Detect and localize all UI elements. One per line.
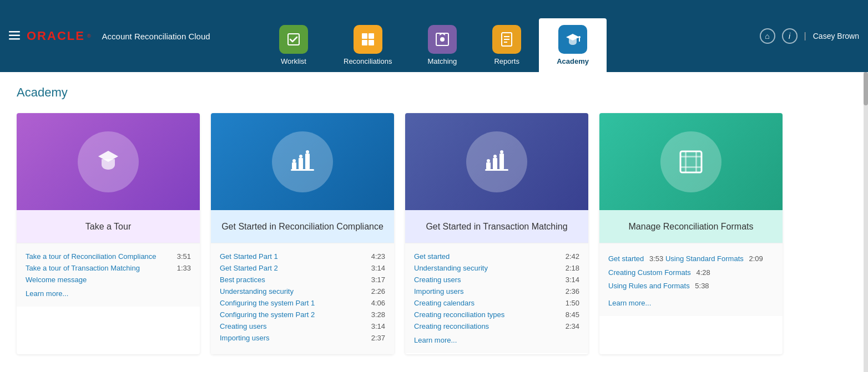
card-reconciliation-formats: Manage Reconciliation Formats Get starte…	[599, 113, 783, 354]
rf-time-1: 3:53	[649, 254, 663, 263]
list-item: Get started 2:42	[414, 252, 579, 261]
reports-icon-box	[492, 25, 521, 54]
scrollbar-thumb[interactable]	[864, 72, 868, 105]
take-a-tour-title-area: Take a Tour	[17, 210, 200, 243]
take-a-tour-link-3[interactable]: Welcome message	[26, 276, 87, 284]
rc-time-2: 3:14	[371, 264, 385, 272]
oracle-wordmark: ORACLE	[27, 29, 85, 43]
svg-rect-28	[499, 154, 504, 169]
take-a-tour-title: Take a Tour	[85, 222, 131, 232]
reconciliation-formats-icon-circle	[660, 131, 721, 192]
svg-rect-35	[695, 151, 697, 172]
rf-learn-more[interactable]: Learn more...	[608, 299, 774, 307]
svg-rect-18	[291, 169, 314, 171]
header-left: ORACLE ® Account Reconciliation Cloud	[9, 29, 210, 43]
rf-link-3[interactable]: Creating Custom Formats	[608, 268, 691, 277]
svg-rect-2	[9, 38, 20, 40]
list-item: Understanding security 2:18	[414, 264, 579, 272]
scrollbar[interactable]	[864, 72, 868, 372]
svg-rect-19	[292, 162, 296, 169]
main-content: Academy Take a Tour Take a tour of Recon…	[0, 72, 868, 372]
svg-rect-37	[680, 166, 702, 168]
tm-time-2: 2:18	[566, 264, 579, 272]
list-item: Importing users 2:37	[220, 334, 385, 342]
nav-item-academy[interactable]: Academy	[539, 18, 607, 72]
svg-rect-5	[369, 33, 374, 39]
rf-link-4[interactable]: Using Rules and Formats	[608, 282, 690, 290]
tm-link-3[interactable]: Creating users	[414, 276, 461, 284]
svg-rect-33	[680, 151, 702, 172]
list-item: Take a tour of Transaction Matching 1:33	[26, 264, 191, 272]
svg-rect-4	[362, 33, 367, 39]
rc-link-3[interactable]: Best practices	[220, 276, 265, 284]
reconciliation-formats-title: Manage Reconciliation Formats	[629, 222, 754, 232]
take-a-tour-learn-more[interactable]: Learn more...	[26, 289, 191, 298]
rf-time-4: 5:38	[695, 282, 709, 290]
reconciliations-label: Reconciliations	[344, 57, 392, 65]
matching-label: Matching	[427, 57, 457, 65]
rc-link-2[interactable]: Get Started Part 2	[220, 264, 278, 272]
rc-time-5: 4:06	[371, 299, 385, 307]
svg-point-9	[440, 37, 445, 42]
rf-time-3: 4:28	[696, 268, 710, 277]
active-pointer	[566, 65, 579, 72]
list-item: Creating users 3:14	[414, 276, 579, 284]
svg-rect-34	[685, 151, 687, 172]
tm-time-6: 8:45	[566, 310, 579, 319]
worklist-icon-box	[279, 25, 308, 54]
rf-link-2[interactable]: Using Standard Formats	[665, 254, 744, 263]
tm-time-7: 2:34	[566, 322, 579, 330]
tm-link-6[interactable]: Creating reconciliation types	[414, 310, 504, 319]
reconciliations-icon-box	[354, 25, 382, 54]
rc-link-4[interactable]: Understanding security	[220, 287, 294, 295]
tm-link-1[interactable]: Get started	[414, 252, 450, 261]
list-item: Creating reconciliations 2:34	[414, 322, 579, 330]
tm-link-7[interactable]: Creating reconciliations	[414, 322, 489, 330]
take-a-tour-link-1[interactable]: Take a tour of Reconciliation Compliance	[26, 252, 157, 261]
rc-link-7[interactable]: Creating users	[220, 322, 267, 330]
rc-time-3: 3:17	[371, 276, 385, 284]
reconciliation-formats-title-area: Manage Reconciliation Formats	[599, 210, 783, 243]
academy-icon-box	[558, 25, 587, 54]
nav-item-worklist[interactable]: Worklist	[261, 18, 326, 72]
help-icon[interactable]: i	[782, 28, 798, 44]
svg-rect-27	[493, 158, 497, 169]
rf-inline-links: Get started 3:53 Using Standard Formats …	[608, 252, 774, 293]
rf-time-2: 2:09	[749, 254, 763, 263]
tm-link-2[interactable]: Understanding security	[414, 264, 488, 272]
tm-link-5[interactable]: Creating calendars	[414, 299, 475, 307]
svg-point-31	[500, 150, 503, 154]
nav-item-reconciliations[interactable]: Reconciliations	[326, 18, 410, 72]
worklist-label: Worklist	[281, 57, 306, 65]
rc-link-1[interactable]: Get Started Part 1	[220, 252, 278, 261]
rc-link-6[interactable]: Configuring the system Part 2	[220, 310, 315, 319]
take-a-tour-time-1: 3:51	[177, 252, 191, 261]
header-right: ⌂ i | Casey Brown	[760, 28, 859, 44]
tm-time-3: 3:14	[566, 276, 579, 284]
oracle-trademark: ®	[87, 33, 91, 39]
nav-item-matching[interactable]: Matching	[410, 18, 475, 72]
rc-link-5[interactable]: Configuring the system Part 1	[220, 299, 315, 307]
transaction-matching-icon-circle	[466, 131, 527, 192]
svg-point-29	[487, 159, 490, 162]
take-a-tour-banner	[17, 113, 200, 210]
take-a-tour-link-2[interactable]: Take a tour of Transaction Matching	[26, 264, 140, 272]
tm-learn-more[interactable]: Learn more...	[414, 336, 579, 344]
home-icon[interactable]: ⌂	[760, 28, 775, 44]
hamburger-icon[interactable]	[9, 30, 20, 43]
rc-link-8[interactable]: Importing users	[220, 334, 270, 342]
cards-container: Take a Tour Take a tour of Reconciliatio…	[17, 113, 851, 354]
svg-point-23	[299, 155, 302, 158]
rc-time-4: 2:26	[371, 287, 385, 295]
page-title: Academy	[17, 85, 851, 100]
list-item: Best practices 3:17	[220, 276, 385, 284]
list-item: Configuring the system Part 1 4:06	[220, 299, 385, 307]
rc-time-7: 3:14	[371, 322, 385, 330]
svg-rect-7	[369, 40, 374, 45]
nav-item-reports[interactable]: Reports	[475, 18, 539, 72]
tm-link-4[interactable]: Importing users	[414, 287, 464, 295]
list-item: Configuring the system Part 2 3:28	[220, 310, 385, 319]
transaction-matching-title-area: Get Started in Transaction Matching	[405, 210, 588, 243]
svg-point-32	[487, 167, 490, 171]
rf-link-1[interactable]: Get started	[608, 254, 644, 263]
